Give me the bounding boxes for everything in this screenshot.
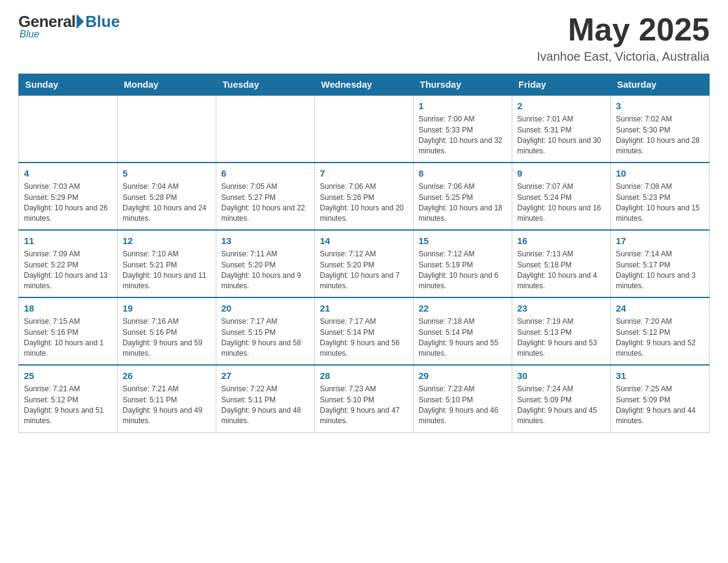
calendar-header-row: SundayMondayTuesdayWednesdayThursdayFrid… xyxy=(19,74,710,96)
day-number: 6 xyxy=(221,167,309,180)
day-number: 7 xyxy=(320,167,408,180)
calendar-cell: 28Sunrise: 7:23 AMSunset: 5:10 PMDayligh… xyxy=(315,365,414,432)
day-number: 22 xyxy=(419,302,507,315)
day-info: Sunrise: 7:02 AMSunset: 5:30 PMDaylight:… xyxy=(616,114,704,157)
title-section: May 2025 Ivanhoe East, Victoria, Austral… xyxy=(537,12,710,64)
day-number: 5 xyxy=(123,167,211,180)
day-info: Sunrise: 7:11 AMSunset: 5:20 PMDaylight:… xyxy=(221,249,309,292)
day-number: 10 xyxy=(616,167,704,180)
calendar-cell: 15Sunrise: 7:12 AMSunset: 5:19 PMDayligh… xyxy=(414,230,512,297)
day-info: Sunrise: 7:01 AMSunset: 5:31 PMDaylight:… xyxy=(517,114,605,157)
day-info: Sunrise: 7:17 AMSunset: 5:14 PMDaylight:… xyxy=(320,316,408,359)
day-info: Sunrise: 7:05 AMSunset: 5:27 PMDaylight:… xyxy=(221,182,309,224)
calendar-cell: 30Sunrise: 7:24 AMSunset: 5:09 PMDayligh… xyxy=(512,365,611,432)
logo-underline: Blue xyxy=(18,29,39,40)
calendar-cell: 3Sunrise: 7:02 AMSunset: 5:30 PMDaylight… xyxy=(611,95,710,163)
day-number: 15 xyxy=(419,234,507,247)
calendar-cell: 8Sunrise: 7:06 AMSunset: 5:25 PMDaylight… xyxy=(414,163,512,230)
calendar-cell: 31Sunrise: 7:25 AMSunset: 5:09 PMDayligh… xyxy=(611,365,710,432)
calendar-cell: 25Sunrise: 7:21 AMSunset: 5:12 PMDayligh… xyxy=(19,365,118,432)
day-number: 27 xyxy=(221,369,309,382)
calendar-table: SundayMondayTuesdayWednesdayThursdayFrid… xyxy=(18,74,710,433)
location-label: Ivanhoe East, Victoria, Australia xyxy=(537,50,710,64)
calendar-cell: 29Sunrise: 7:23 AMSunset: 5:10 PMDayligh… xyxy=(414,365,512,432)
day-info: Sunrise: 7:12 AMSunset: 5:19 PMDaylight:… xyxy=(419,249,507,292)
calendar-cell: 9Sunrise: 7:07 AMSunset: 5:24 PMDaylight… xyxy=(512,163,611,230)
calendar-cell: 1Sunrise: 7:00 AMSunset: 5:33 PMDaylight… xyxy=(414,95,512,163)
day-info: Sunrise: 7:09 AMSunset: 5:22 PMDaylight:… xyxy=(24,249,112,292)
day-of-week-header: Friday xyxy=(512,74,611,96)
day-info: Sunrise: 7:07 AMSunset: 5:24 PMDaylight:… xyxy=(517,182,605,224)
day-info: Sunrise: 7:00 AMSunset: 5:33 PMDaylight:… xyxy=(419,114,507,157)
calendar-cell: 10Sunrise: 7:08 AMSunset: 5:23 PMDayligh… xyxy=(611,163,710,230)
day-info: Sunrise: 7:24 AMSunset: 5:09 PMDaylight:… xyxy=(517,384,605,427)
calendar-cell: 22Sunrise: 7:18 AMSunset: 5:14 PMDayligh… xyxy=(414,297,512,365)
calendar-cell: 23Sunrise: 7:19 AMSunset: 5:13 PMDayligh… xyxy=(512,297,611,365)
day-number: 23 xyxy=(517,302,605,315)
day-info: Sunrise: 7:25 AMSunset: 5:09 PMDaylight:… xyxy=(616,384,704,427)
day-info: Sunrise: 7:18 AMSunset: 5:14 PMDaylight:… xyxy=(419,316,507,359)
calendar-cell: 16Sunrise: 7:13 AMSunset: 5:18 PMDayligh… xyxy=(512,230,611,297)
calendar-cell: 26Sunrise: 7:21 AMSunset: 5:11 PMDayligh… xyxy=(118,365,216,432)
day-info: Sunrise: 7:17 AMSunset: 5:15 PMDaylight:… xyxy=(221,316,309,359)
calendar-week-row: 18Sunrise: 7:15 AMSunset: 5:16 PMDayligh… xyxy=(19,297,710,365)
day-number: 31 xyxy=(616,369,704,382)
calendar-cell: 4Sunrise: 7:03 AMSunset: 5:29 PMDaylight… xyxy=(19,163,118,230)
day-info: Sunrise: 7:08 AMSunset: 5:23 PMDaylight:… xyxy=(616,182,704,224)
calendar-cell xyxy=(315,95,414,163)
day-number: 24 xyxy=(616,302,704,315)
day-number: 26 xyxy=(123,369,211,382)
day-number: 25 xyxy=(24,369,112,382)
day-info: Sunrise: 7:06 AMSunset: 5:25 PMDaylight:… xyxy=(419,182,507,224)
calendar-cell: 11Sunrise: 7:09 AMSunset: 5:22 PMDayligh… xyxy=(19,230,118,297)
day-number: 19 xyxy=(123,302,211,315)
day-number: 12 xyxy=(123,234,211,247)
day-of-week-header: Saturday xyxy=(611,74,710,96)
day-number: 16 xyxy=(517,234,605,247)
day-number: 13 xyxy=(221,234,309,247)
day-of-week-header: Monday xyxy=(118,74,216,96)
day-number: 3 xyxy=(616,99,704,112)
calendar-cell: 24Sunrise: 7:20 AMSunset: 5:12 PMDayligh… xyxy=(611,297,710,365)
logo-blue-text: Blue xyxy=(85,12,119,31)
calendar-cell: 5Sunrise: 7:04 AMSunset: 5:28 PMDaylight… xyxy=(118,163,216,230)
page-header: General Blue Blue May 2025 Ivanhoe East,… xyxy=(18,12,710,64)
day-number: 20 xyxy=(221,302,309,315)
calendar-cell: 12Sunrise: 7:10 AMSunset: 5:21 PMDayligh… xyxy=(118,230,216,297)
day-of-week-header: Tuesday xyxy=(216,74,315,96)
month-year-title: May 2025 xyxy=(537,12,710,47)
calendar-cell: 6Sunrise: 7:05 AMSunset: 5:27 PMDaylight… xyxy=(216,163,315,230)
day-info: Sunrise: 7:14 AMSunset: 5:17 PMDaylight:… xyxy=(616,249,704,292)
day-info: Sunrise: 7:23 AMSunset: 5:10 PMDaylight:… xyxy=(419,384,507,427)
day-of-week-header: Thursday xyxy=(414,74,512,96)
day-number: 18 xyxy=(24,302,112,315)
day-info: Sunrise: 7:10 AMSunset: 5:21 PMDaylight:… xyxy=(123,249,211,292)
day-info: Sunrise: 7:04 AMSunset: 5:28 PMDaylight:… xyxy=(123,182,211,224)
day-number: 8 xyxy=(419,167,507,180)
day-info: Sunrise: 7:21 AMSunset: 5:12 PMDaylight:… xyxy=(24,384,112,427)
calendar-cell xyxy=(118,95,216,163)
day-number: 2 xyxy=(517,99,605,112)
day-info: Sunrise: 7:15 AMSunset: 5:16 PMDaylight:… xyxy=(24,316,112,359)
logo-triangle-icon xyxy=(77,14,84,29)
day-info: Sunrise: 7:19 AMSunset: 5:13 PMDaylight:… xyxy=(517,316,605,359)
day-of-week-header: Wednesday xyxy=(315,74,414,96)
day-number: 28 xyxy=(320,369,408,382)
day-number: 21 xyxy=(320,302,408,315)
day-info: Sunrise: 7:16 AMSunset: 5:16 PMDaylight:… xyxy=(123,316,211,359)
calendar-cell: 27Sunrise: 7:22 AMSunset: 5:11 PMDayligh… xyxy=(216,365,315,432)
day-info: Sunrise: 7:22 AMSunset: 5:11 PMDaylight:… xyxy=(221,384,309,427)
calendar-week-row: 1Sunrise: 7:00 AMSunset: 5:33 PMDaylight… xyxy=(19,95,710,163)
calendar-cell: 17Sunrise: 7:14 AMSunset: 5:17 PMDayligh… xyxy=(611,230,710,297)
day-number: 11 xyxy=(24,234,112,247)
calendar-cell: 18Sunrise: 7:15 AMSunset: 5:16 PMDayligh… xyxy=(19,297,118,365)
day-number: 17 xyxy=(616,234,704,247)
calendar-cell: 13Sunrise: 7:11 AMSunset: 5:20 PMDayligh… xyxy=(216,230,315,297)
day-info: Sunrise: 7:06 AMSunset: 5:26 PMDaylight:… xyxy=(320,182,408,224)
calendar-cell: 2Sunrise: 7:01 AMSunset: 5:31 PMDaylight… xyxy=(512,95,611,163)
day-info: Sunrise: 7:13 AMSunset: 5:18 PMDaylight:… xyxy=(517,249,605,292)
day-of-week-header: Sunday xyxy=(19,74,118,96)
day-info: Sunrise: 7:20 AMSunset: 5:12 PMDaylight:… xyxy=(616,316,704,359)
calendar-cell xyxy=(216,95,315,163)
day-info: Sunrise: 7:21 AMSunset: 5:11 PMDaylight:… xyxy=(123,384,211,427)
